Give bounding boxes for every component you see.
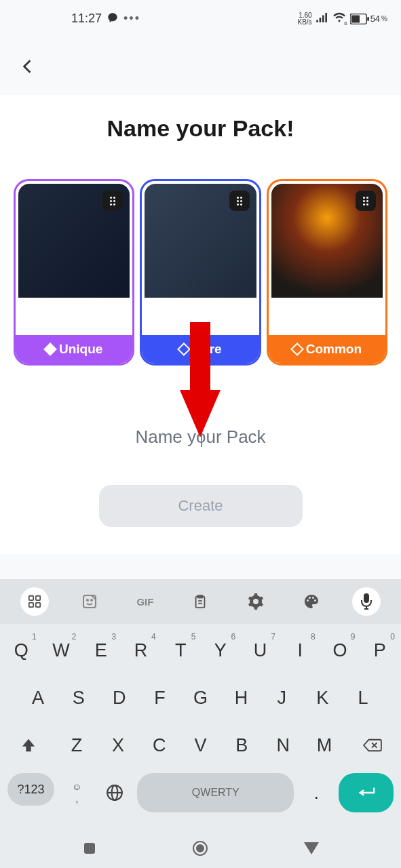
palette-icon[interactable] xyxy=(297,587,326,616)
wifi-icon: 6 xyxy=(332,12,346,25)
keyboard: GIF Q1W2E3R4T5Y6U7I8O9P0 ASDFGHJKL ZXCVB… xyxy=(0,579,401,829)
enter-key[interactable] xyxy=(339,773,394,812)
globe-key[interactable] xyxy=(99,773,130,812)
mic-icon[interactable] xyxy=(352,587,381,616)
key-l[interactable]: L xyxy=(343,678,383,717)
sticker-icon[interactable] xyxy=(75,587,104,616)
text-cursor xyxy=(201,425,202,447)
card-image xyxy=(271,184,383,298)
status-bar: 11:27 ••• 1.60 KB/s 6 54% xyxy=(0,0,401,37)
backspace-key[interactable] xyxy=(345,726,399,765)
gear-icon[interactable] xyxy=(242,587,270,616)
key-q[interactable]: Q1 xyxy=(2,631,41,670)
svg-rect-1 xyxy=(319,18,321,22)
keyboard-row-1: Q1W2E3R4T5Y6U7I8O9P0 xyxy=(2,631,399,670)
key-x[interactable]: X xyxy=(98,726,138,765)
chat-icon xyxy=(107,12,118,26)
shift-key[interactable] xyxy=(2,726,56,765)
key-n[interactable]: N xyxy=(263,726,303,765)
drag-handle-icon[interactable] xyxy=(229,191,250,211)
keyboard-keys: Q1W2E3R4T5Y6U7I8O9P0 ASDFGHJKL ZXCVBNM ?… xyxy=(0,624,401,829)
key-a[interactable]: A xyxy=(18,678,58,717)
svg-rect-6 xyxy=(367,17,369,21)
key-v[interactable]: V xyxy=(180,726,221,765)
create-button[interactable]: Create xyxy=(99,485,303,527)
home-button[interactable] xyxy=(187,835,214,862)
space-key[interactable]: QWERTY xyxy=(137,773,294,812)
key-c[interactable]: C xyxy=(139,726,179,765)
card-image xyxy=(145,184,256,298)
drag-handle-icon[interactable] xyxy=(356,191,376,211)
recent-apps-button[interactable] xyxy=(76,835,103,862)
svg-rect-9 xyxy=(36,596,40,600)
card-rarity-label: Common xyxy=(269,335,385,363)
card-rare[interactable]: Rare xyxy=(140,179,261,366)
card-image xyxy=(18,184,130,298)
svg-rect-10 xyxy=(29,603,33,607)
key-t[interactable]: T5 xyxy=(161,631,200,670)
status-time: 11:27 xyxy=(14,12,102,26)
svg-rect-11 xyxy=(36,603,40,607)
back-button[interactable] xyxy=(14,53,41,80)
page-title: Name your Pack! xyxy=(14,115,387,142)
cards-row: Unique Rare xyxy=(14,179,387,366)
key-w[interactable]: W2 xyxy=(42,631,81,670)
key-z[interactable]: Z xyxy=(57,726,97,765)
card-rarity-label: Rare xyxy=(142,335,259,363)
period-key[interactable]: . xyxy=(301,773,332,812)
keyboard-row-2: ASDFGHJKL xyxy=(2,678,399,717)
key-y[interactable]: Y6 xyxy=(202,631,240,670)
key-g[interactable]: G xyxy=(181,678,221,717)
key-u[interactable]: U7 xyxy=(241,631,280,670)
back-nav-button[interactable] xyxy=(298,835,325,862)
keyboard-toolbar: GIF xyxy=(0,587,401,624)
diamond-icon xyxy=(177,342,191,356)
key-d[interactable]: D xyxy=(100,678,139,717)
key-i[interactable]: I8 xyxy=(281,631,320,670)
key-b[interactable]: B xyxy=(222,726,262,765)
emoji-key[interactable]: ☺ , xyxy=(61,773,92,812)
input-area xyxy=(14,420,387,454)
key-r[interactable]: R4 xyxy=(121,631,160,670)
card-rarity-label: Unique xyxy=(16,335,132,363)
clipboard-icon[interactable] xyxy=(186,587,214,616)
key-k[interactable]: K xyxy=(303,678,342,717)
svg-rect-8 xyxy=(29,596,33,600)
card-unique[interactable]: Unique xyxy=(14,179,134,366)
svg-rect-3 xyxy=(325,13,327,22)
key-o[interactable]: O9 xyxy=(321,631,360,670)
diamond-icon xyxy=(290,342,304,356)
key-j[interactable]: J xyxy=(262,678,301,717)
symbols-key[interactable]: ?123 xyxy=(7,773,54,806)
more-dots-icon: ••• xyxy=(123,12,140,26)
signal-icon xyxy=(316,13,328,24)
apps-icon[interactable] xyxy=(20,587,49,616)
key-m[interactable]: M xyxy=(305,726,345,765)
key-h[interactable]: H xyxy=(221,678,261,717)
keyboard-row-3: ZXCVBNM xyxy=(2,726,399,765)
svg-rect-25 xyxy=(84,843,95,854)
diamond-icon xyxy=(43,342,57,356)
svg-point-14 xyxy=(91,599,92,601)
status-right: 1.60 KB/s 6 54% xyxy=(298,12,388,26)
key-s[interactable]: S xyxy=(59,678,98,717)
svg-rect-5 xyxy=(351,15,359,22)
key-e[interactable]: E3 xyxy=(81,631,120,670)
gif-button[interactable]: GIF xyxy=(131,587,159,616)
battery-icon: 54% xyxy=(350,14,387,24)
main-content: Name your Pack! Unique xyxy=(0,95,401,554)
svg-point-27 xyxy=(197,845,204,852)
key-f[interactable]: F xyxy=(140,678,180,717)
system-nav-bar xyxy=(0,829,401,868)
network-speed: 1.60 KB/s xyxy=(298,12,312,26)
key-p[interactable]: P0 xyxy=(360,631,399,670)
svg-rect-2 xyxy=(322,16,324,23)
status-left: 11:27 ••• xyxy=(14,12,140,26)
nav-bar xyxy=(0,37,401,95)
keyboard-row-4: ?123 ☺ , QWERTY . xyxy=(2,773,399,815)
drag-handle-icon[interactable] xyxy=(102,191,123,211)
svg-rect-0 xyxy=(316,20,318,23)
svg-rect-19 xyxy=(364,593,369,603)
card-common[interactable]: Common xyxy=(267,179,387,366)
svg-point-13 xyxy=(87,599,88,601)
